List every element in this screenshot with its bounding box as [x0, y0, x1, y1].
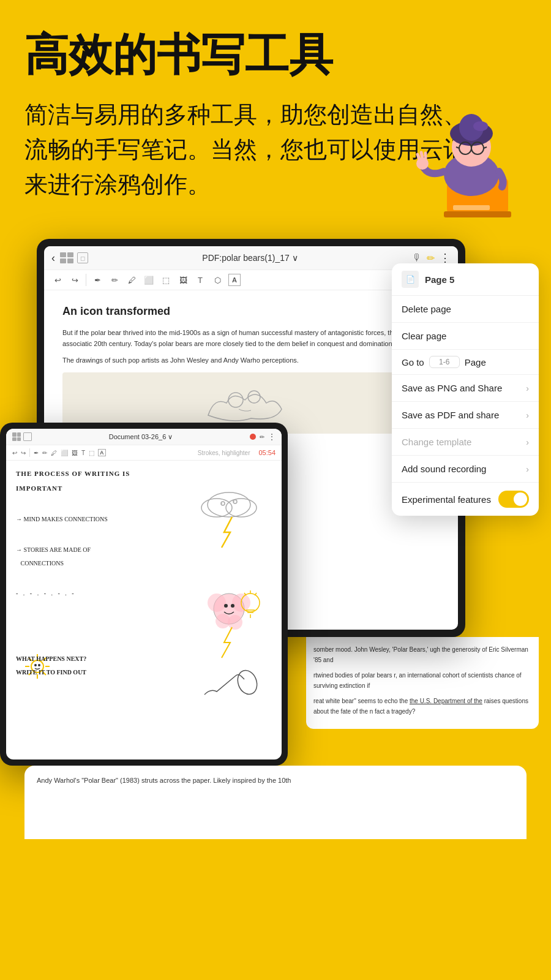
experimental-features-item: Experimental features — [392, 483, 539, 516]
save-png-label: Save as PNG and Share — [402, 383, 526, 393]
svg-point-44 — [224, 604, 228, 608]
select-tool-icon[interactable]: ⬚ — [160, 274, 172, 286]
mic-icon[interactable]: 🎙 — [412, 252, 422, 263]
change-template-item[interactable]: Change template › — [392, 429, 539, 456]
text-box-icon[interactable]: T — [194, 274, 206, 286]
pen-icon[interactable]: ✏ — [427, 252, 435, 264]
doc-right: somber mood. John Wesley, 'Polar Bears,'… — [306, 637, 539, 729]
small-pencil-tool[interactable]: ✏ — [42, 450, 47, 456]
goto-page-label: Page — [465, 357, 486, 368]
grid-icon-1 — [60, 252, 73, 263]
toolbar-divider-1 — [86, 274, 86, 286]
small-bookmark-icon — [23, 432, 32, 441]
doc-text-1: somber mood. John Wesley, 'Polar Bears,'… — [313, 644, 531, 665]
doodle-area — [186, 468, 272, 735]
more-options-icon[interactable]: ⋮ — [440, 251, 451, 265]
delete-page-label: Delete page — [402, 304, 529, 314]
clear-page-label: Clear page — [402, 331, 529, 341]
character-illustration — [410, 98, 533, 233]
save-pdf-arrow: › — [526, 410, 529, 420]
svg-rect-15 — [453, 205, 490, 210]
small-undo-icon[interactable]: ↩ — [12, 450, 17, 456]
small-image-tool[interactable]: 🖼 — [72, 450, 78, 456]
small-select-tool[interactable]: ⬚ — [89, 450, 94, 456]
small-marker-tool[interactable]: 🖊 — [51, 450, 57, 456]
pen-tool-icon[interactable]: ✒ — [91, 274, 103, 286]
redo-icon[interactable]: ↪ — [69, 274, 81, 286]
small-textbox-tool[interactable]: T — [81, 450, 85, 456]
change-template-label: Change template — [402, 437, 526, 447]
marker-tool-icon[interactable]: 🖊 — [126, 274, 138, 286]
bottom-section: Andy Warhol's "Polar Bear" (1983) struts… — [24, 766, 527, 839]
dept-link[interactable]: the U.S. Department of the — [410, 698, 482, 704]
eraser-tool-icon[interactable]: ⬜ — [143, 274, 155, 286]
experimental-toggle[interactable] — [498, 491, 529, 508]
small-font-tool[interactable]: A — [98, 449, 106, 456]
article-paragraph-2: The drawings of such pop artists as John… — [62, 355, 440, 366]
footer-text: Andy Warhol's "Polar Bear" (1983) struts… — [37, 775, 514, 786]
svg-point-43 — [228, 615, 242, 630]
handwriting-text: THE PROCESS OF WRITING IS IMPORTANT → MI… — [16, 468, 186, 660]
delete-page-item[interactable]: Delete page — [392, 296, 539, 323]
svg-line-13 — [421, 153, 422, 158]
hero-title: 高效的书写工具 — [24, 31, 527, 79]
tablet-small: Document 03-26_6 ∨ ✏ ⋮ ↩ ↪ ✒ ✏ 🖊 ⬜ 🖼 T ⬚… — [0, 423, 288, 766]
dropdown-menu: 📄 Page 5 Delete page Clear page Go to Pa… — [392, 263, 539, 516]
dropdown-page-title: Page 5 — [425, 274, 454, 285]
bookmark-icon: ◻ — [77, 252, 88, 263]
goto-label: Go to — [402, 357, 424, 368]
small-tablet-title: Document 03-26_6 ∨ — [36, 433, 246, 441]
experimental-label: Experimental features — [402, 494, 498, 505]
add-sound-arrow: › — [526, 464, 529, 474]
svg-point-45 — [231, 604, 234, 608]
doc-text-3: reat white bear" seems to echo the the U… — [313, 696, 531, 717]
small-toolbar: ↩ ↪ ✒ ✏ 🖊 ⬜ 🖼 T ⬚ A Strokes, highlighter… — [6, 445, 282, 461]
small-grid-icon — [12, 432, 21, 441]
goto-input[interactable] — [429, 356, 460, 368]
save-png-arrow: › — [526, 383, 529, 393]
save-pdf-item[interactable]: Save as PDF and share › — [392, 402, 539, 429]
strokes-label: Strokes, highlighter — [198, 450, 250, 456]
small-more-icon[interactable]: ⋮ — [268, 432, 276, 441]
tablet-main-title: PDF:polar bears(1)_17 ∨ — [93, 253, 407, 263]
svg-point-33 — [226, 499, 257, 517]
grid-icons: ◻ — [60, 252, 88, 263]
timer: 05:54 — [258, 449, 276, 456]
goto-item: Go to Page — [392, 350, 539, 375]
add-sound-item[interactable]: Add sound recording › — [392, 456, 539, 483]
doc-text-2: rtwined bodies of polar bears r, an inte… — [313, 670, 531, 691]
small-pen-icon[interactable]: ✏ — [260, 434, 264, 440]
svg-point-16 — [473, 121, 488, 131]
article-heading: An icon transformed — [62, 303, 440, 320]
svg-line-12 — [418, 154, 419, 159]
change-template-arrow: › — [526, 437, 529, 447]
svg-point-51 — [234, 668, 260, 697]
font-icon[interactable]: A — [228, 274, 241, 286]
hero-section: 高效的书写工具 简洁与易用的多种工具，助您创造出自然、流畅的手写笔记。当然，您也… — [0, 0, 551, 214]
small-tablet-content: THE PROCESS OF WRITING IS IMPORTANT → MI… — [6, 461, 282, 742]
back-button[interactable]: ‹ — [51, 252, 55, 265]
article-paragraph-1: But if the polar bear thrived into the m… — [62, 328, 440, 349]
small-tablet-topbar: Document 03-26_6 ∨ ✏ ⋮ — [6, 429, 282, 445]
undo-icon[interactable]: ↩ — [51, 274, 64, 286]
svg-point-32 — [201, 499, 232, 517]
clear-page-item[interactable]: Clear page — [392, 323, 539, 350]
small-pen-tool[interactable]: ✒ — [34, 450, 39, 456]
small-divider — [29, 448, 30, 457]
svg-point-40 — [208, 594, 226, 612]
recording-dot — [250, 434, 256, 440]
bottom-wrapper: Andy Warhol's "Polar Bear" (1983) struts… — [0, 766, 551, 851]
image-tool-icon[interactable]: 🖼 — [177, 274, 189, 286]
dropdown-header: 📄 Page 5 — [392, 263, 539, 296]
tablets-section: ‹ ◻ PDF:polar bears(1)_17 ∨ 🎙 ✏ ⋮ ↩ ↪ — [0, 214, 551, 766]
small-tb-icons — [12, 432, 32, 441]
small-eraser-tool[interactable]: ⬜ — [61, 450, 68, 456]
save-pdf-label: Save as PDF and share — [402, 410, 526, 420]
pencil-tool-icon[interactable]: ✏ — [108, 274, 121, 286]
page-icon: 📄 — [402, 271, 419, 288]
lasso-icon[interactable]: ⬡ — [211, 274, 223, 286]
add-sound-label: Add sound recording — [402, 464, 526, 474]
save-png-item[interactable]: Save as PNG and Share › — [392, 375, 539, 402]
small-redo-icon[interactable]: ↪ — [21, 450, 26, 456]
